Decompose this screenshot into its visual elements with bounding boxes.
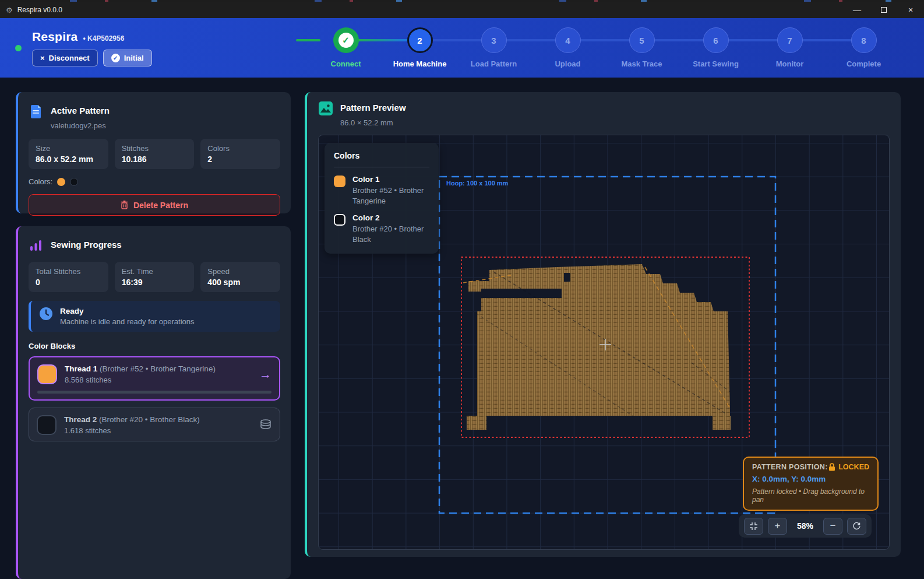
maximize-icon (881, 7, 887, 13)
stack-icon (259, 419, 272, 431)
legend-color-detail: Brother #20 • Brother Black (352, 224, 429, 244)
step-label: Monitor (776, 59, 804, 68)
check-circle-icon: ✓ (111, 54, 120, 62)
thread-2-row[interactable]: Thread 2 (Brother #20 • Brother Black) 1… (29, 408, 280, 441)
zoom-in-button[interactable]: + (768, 518, 787, 535)
arrow-right-icon: → (259, 367, 271, 381)
step-mask-trace-circle[interactable]: 5 (629, 27, 655, 53)
step-monitor: 7 Monitor (753, 27, 827, 68)
step-start-sewing-circle[interactable]: 6 (703, 27, 729, 53)
lock-toggle[interactable]: LOCKED (828, 463, 869, 471)
legend-swatch-orange (334, 176, 345, 187)
step-load-pattern-circle[interactable]: 3 (481, 27, 507, 53)
thread-detail: (Brother #20 • Brother Black) (99, 415, 200, 424)
color-swatch-black (70, 178, 78, 186)
zoom-out-button[interactable]: − (823, 518, 842, 535)
stepper-line (580, 39, 630, 41)
pattern-preview-card: Pattern Preview 86.0 × 52.2 mm (305, 92, 901, 557)
stepper-line (432, 39, 482, 41)
titlebar[interactable]: ⚙ Respira v0.0.0 — × (0, 2, 924, 18)
thread-stitch-count: 1.618 stitches (64, 426, 252, 435)
active-pattern-card: Active Pattern valetudogv2.pes Size 86.0… (16, 92, 291, 213)
pattern-coordinates: X: 0.0mm, Y: 0.0mm (752, 475, 869, 483)
step-label: Upload (555, 59, 580, 68)
step-label: Complete (847, 59, 881, 68)
pattern-position-label: PATTERN POSITION: (752, 463, 828, 471)
reset-view-button[interactable] (847, 518, 866, 535)
thread-progress-bar (37, 391, 271, 394)
stat-value: 2 (207, 155, 273, 164)
pattern-position-overlay: PATTERN POSITION: LOCKED X: 0.0mm, Y: 0.… (743, 457, 879, 511)
step-upload: 4 Upload (531, 27, 605, 68)
stat-speed: Speed 400 spm (200, 262, 280, 292)
legend-item-color-1: Color 1 Brother #52 • Brother Tangerine (334, 175, 429, 206)
stat-value: 10.186 (122, 155, 188, 164)
stat-label: Total Stitches (36, 267, 101, 276)
stat-label: Size (36, 144, 101, 153)
active-pattern-title: Active Pattern (51, 104, 280, 115)
check-icon: ✓ (338, 33, 354, 48)
stepper-line (296, 39, 320, 41)
thread-1-row[interactable]: Thread 1 (Brother #52 • Brother Tangerin… (29, 356, 280, 401)
stepper-line (654, 39, 704, 41)
close-button[interactable]: × (897, 2, 924, 18)
status-text: Machine is idle and ready for operations (60, 317, 195, 326)
trash-icon (121, 201, 128, 209)
step-complete: 8 Complete (827, 27, 901, 68)
stat-colors: Colors 2 (200, 139, 280, 169)
window-title: Respira v0.0.0 (17, 6, 844, 14)
stat-value: 86.0 x 52.2 mm (36, 155, 101, 164)
legend-item-color-2: Color 2 Brother #20 • Brother Black (334, 213, 429, 244)
thread-stitch-count: 8.568 stitches (65, 376, 252, 384)
stitch-notch (564, 273, 570, 282)
initial-button[interactable]: ✓ Initial (103, 50, 152, 66)
step-start-sewing: 6 Start Sewing (679, 27, 753, 68)
maximize-button[interactable] (870, 2, 897, 18)
step-label: Load Pattern (471, 59, 517, 68)
stat-value: 16:39 (122, 278, 188, 287)
step-connect: ✓ Connect (309, 27, 383, 68)
image-icon (318, 101, 333, 116)
stepper-line (506, 39, 556, 41)
step-home-machine-circle[interactable]: 2 (407, 27, 433, 53)
stitch-notch (481, 289, 562, 298)
stat-size: Size 86.0 x 52.2 mm (29, 139, 108, 169)
legend-color-name: Color 2 (352, 213, 429, 222)
legend-swatch-black (334, 214, 345, 226)
zoom-controls: + 58% − (739, 514, 872, 538)
step-upload-circle[interactable]: 4 (555, 27, 581, 53)
colors-label: Colors: (29, 177, 52, 186)
thread-name: Thread 2 (64, 415, 97, 424)
disconnect-button[interactable]: × Disconnect (32, 50, 98, 66)
stitch-foot-right (713, 416, 731, 430)
refresh-icon (852, 522, 861, 531)
legend-color-detail: Brother #52 • Brother Tangerine (352, 185, 429, 206)
step-connect-circle[interactable]: ✓ (333, 27, 359, 53)
delete-pattern-label: Delete Pattern (133, 201, 188, 210)
stepper-line (728, 39, 778, 41)
delete-pattern-button[interactable]: Delete Pattern (29, 194, 280, 216)
minimize-button[interactable]: — (844, 2, 870, 18)
step-label: Connect (331, 59, 361, 68)
stat-stitches: Stitches 10.186 (115, 139, 195, 169)
step-mask-trace: 5 Mask Trace (605, 27, 679, 68)
stat-est-time: Est. Time 16:39 (115, 262, 195, 292)
stat-label: Est. Time (122, 267, 188, 276)
fit-to-view-button[interactable] (744, 518, 763, 535)
pattern-filename: valetudogv2.pes (51, 121, 280, 130)
hoop-size-label: Hoop: 100 x 100 mm (446, 180, 508, 187)
stat-label: Speed (207, 267, 273, 276)
legend-title: Colors (334, 151, 429, 160)
step-label: Mask Trace (621, 59, 662, 68)
initial-label: Initial (124, 54, 144, 62)
stitch-foot-left (467, 416, 486, 430)
step-monitor-circle[interactable]: 7 (777, 27, 803, 53)
step-label: Home Machine (393, 59, 447, 68)
sewing-progress-title: Sewing Progress (51, 238, 122, 253)
stepper-line (802, 39, 852, 41)
locked-label: LOCKED (838, 463, 869, 471)
step-load-pattern: 3 Load Pattern (457, 27, 531, 68)
thread-1-swatch (37, 364, 57, 384)
preview-canvas[interactable]: Hoop: 100 x 100 mm Colors Color 1 Brothe… (318, 135, 890, 550)
step-complete-circle[interactable]: 8 (851, 27, 877, 53)
